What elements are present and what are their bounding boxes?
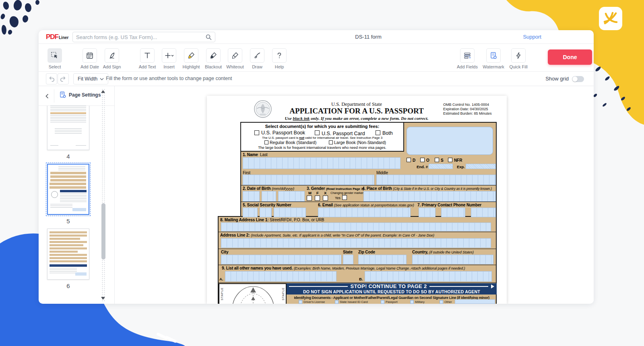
pdf-glyph-icon	[603, 10, 619, 27]
other-doc-checkbox[interactable]	[440, 300, 443, 304]
show-grid-toggle[interactable]	[572, 76, 584, 82]
zoom-mode-dropdown[interactable]: Fit Width	[73, 73, 108, 84]
collapse-sidebar-button[interactable]	[42, 91, 52, 101]
decor-dot	[8, 29, 13, 35]
thumb6-row	[50, 247, 87, 249]
endorsement-o-checkbox[interactable]	[420, 158, 425, 162]
sign-pen-icon	[108, 51, 116, 60]
select-tool-button[interactable]: Select	[43, 48, 66, 69]
phone-field-3[interactable]	[471, 208, 496, 217]
mailing-address-label: 8. Mailing Address Line 1: Street/RFD#, …	[220, 218, 324, 222]
chevron-down-icon	[100, 78, 104, 80]
driver-license-checkbox[interactable]	[299, 300, 302, 304]
add-sign-button[interactable]: Add Sign	[101, 48, 123, 69]
passport-book-checkbox[interactable]	[254, 130, 259, 135]
name-last-field[interactable]	[243, 157, 400, 169]
city-field[interactable]	[221, 255, 341, 264]
insert-button[interactable]: Insert	[158, 48, 180, 69]
dob-day-field[interactable]	[262, 191, 276, 202]
blackout-button[interactable]: Blackout	[202, 48, 225, 69]
highlight-button[interactable]: Highlight	[180, 48, 202, 69]
other-name-b-field[interactable]	[365, 271, 492, 282]
page-settings-button[interactable]: Page Settings	[60, 91, 101, 98]
military-checkbox[interactable]	[410, 300, 414, 304]
exp-label: Exp.	[457, 165, 465, 169]
sidebar-scrollbar-track[interactable]	[101, 89, 105, 301]
state-id-checkbox[interactable]	[335, 300, 339, 304]
zip-field[interactable]	[358, 255, 407, 264]
draw-button[interactable]: Draw	[246, 48, 268, 69]
endorsement-o-label: O	[426, 158, 429, 163]
watermark-button[interactable]: Watermark	[482, 48, 505, 69]
state-field[interactable]	[343, 255, 353, 264]
ssn-field-1[interactable]	[243, 208, 258, 217]
help-question-icon	[275, 51, 283, 60]
gender-x-checkbox[interactable]	[323, 196, 328, 201]
done-button[interactable]: Done	[548, 49, 592, 65]
dob-month-field[interactable]	[243, 191, 260, 202]
thumb6-row	[50, 235, 87, 237]
scroll-down-icon[interactable]	[101, 297, 105, 300]
gender-label: 3. Gender (Read Instruction Page 1)	[307, 186, 364, 191]
gender-f-checkbox[interactable]	[315, 196, 320, 201]
middle-name-field[interactable]	[376, 175, 496, 185]
address-line-2-field[interactable]	[221, 238, 491, 248]
phone-field-2[interactable]	[441, 208, 465, 217]
ssn-field-3[interactable]	[274, 208, 306, 217]
country-field[interactable]	[412, 255, 493, 264]
desktop-background: PDF Liner DS-11 form Support Select Add …	[0, 0, 644, 346]
form-ink-instruction: Use black ink only. If you make an error…	[285, 116, 429, 121]
search-input[interactable]	[76, 34, 205, 40]
other-name-a-field[interactable]	[225, 271, 336, 282]
email-label: 6. Email (See application status at pass…	[318, 203, 414, 207]
endorsement-d-checkbox[interactable]	[407, 158, 411, 162]
end-number-field[interactable]	[429, 164, 453, 169]
add-date-button[interactable]: Add Date	[78, 48, 101, 69]
other-doc-field[interactable]	[455, 299, 495, 304]
scroll-up-icon[interactable]	[101, 90, 105, 93]
other-name-b-label: B.	[359, 277, 363, 281]
quick-fill-button[interactable]: Quick Fill	[507, 48, 530, 69]
gender-change-label: Changing gender marker?	[330, 191, 365, 195]
gender-m-checkbox[interactable]	[307, 196, 312, 201]
ssn-field-2[interactable]	[260, 208, 272, 217]
pob-field[interactable]	[363, 191, 496, 202]
thumbnail-page-5-selected[interactable]	[47, 164, 89, 215]
gender-f-label: F	[316, 191, 319, 195]
address-line-1-field[interactable]	[221, 222, 491, 231]
phone-field-1[interactable]	[419, 208, 436, 217]
search-icon[interactable]	[205, 34, 212, 40]
email-field[interactable]	[318, 208, 411, 217]
thumbnail-page-6[interactable]	[47, 229, 89, 280]
endorsement-nfr-checkbox[interactable]	[448, 158, 452, 162]
sidebar-scrollbar-thumb[interactable]	[101, 203, 105, 260]
whiteout-button[interactable]: Whiteout	[224, 48, 246, 69]
banner-arrow-icon	[491, 284, 494, 288]
both-checkbox[interactable]	[376, 130, 380, 135]
help-button[interactable]: Help	[268, 48, 291, 69]
thumb6-row	[50, 231, 87, 233]
gender-yes-checkbox[interactable]	[342, 195, 347, 200]
large-book-checkbox[interactable]	[329, 140, 333, 144]
add-fields-button[interactable]: Add Fields	[456, 48, 479, 69]
exp-field[interactable]	[466, 164, 496, 169]
endorsement-s-checkbox[interactable]	[435, 158, 439, 162]
undo-button[interactable]	[46, 73, 57, 84]
dob-year-field[interactable]	[278, 191, 305, 202]
thumb6-row	[50, 251, 78, 253]
add-text-button[interactable]: Add Text	[136, 48, 159, 69]
passport-doc-checkbox[interactable]	[381, 300, 384, 304]
redo-button[interactable]	[58, 73, 69, 84]
sub-toolbar: Fit Width Fill the form or use another t…	[39, 72, 594, 86]
thumb5-row	[50, 186, 86, 189]
country-label: Country, (if outside the United States)	[412, 250, 474, 254]
passport-card-checkbox[interactable]	[315, 130, 320, 135]
identifying-doc-other: Other	[440, 300, 452, 304]
banner-dash	[289, 286, 348, 287]
regular-book-checkbox[interactable]	[264, 140, 268, 144]
support-link[interactable]: Support	[523, 34, 541, 40]
office-use-field[interactable]	[407, 127, 493, 155]
thumbnail-page-4[interactable]	[47, 106, 89, 150]
first-name-field[interactable]	[243, 175, 374, 185]
pdfliner-logo[interactable]: PDF Liner	[46, 33, 68, 41]
